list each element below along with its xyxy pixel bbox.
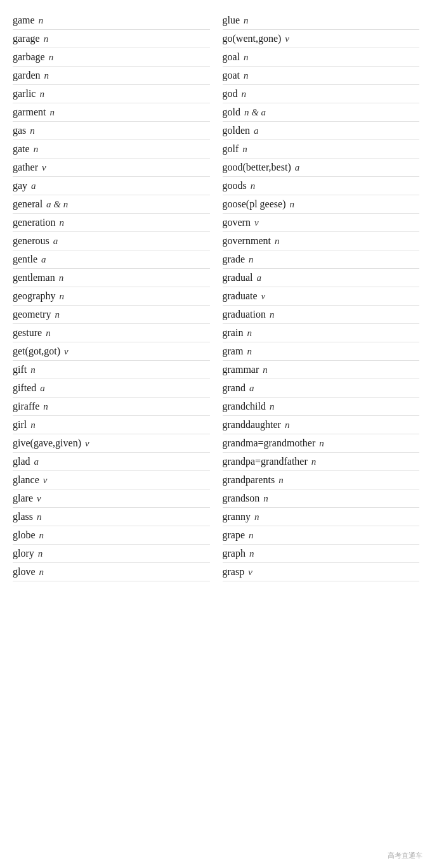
list-item: granddaughtern xyxy=(223,416,420,434)
part-of-speech: n xyxy=(289,199,294,210)
list-item: golfn xyxy=(223,140,420,159)
word-text: glory xyxy=(13,548,34,559)
part-of-speech: n xyxy=(249,548,254,559)
list-item: glarev xyxy=(13,489,210,508)
list-item: godn xyxy=(223,85,420,103)
word-text: garden xyxy=(13,70,41,81)
part-of-speech: n xyxy=(247,328,252,339)
word-text: gentle xyxy=(13,254,37,265)
part-of-speech: v xyxy=(85,438,89,449)
part-of-speech: v xyxy=(37,493,41,504)
word-text: grape xyxy=(223,529,245,541)
part-of-speech: n xyxy=(249,530,254,541)
part-of-speech: a xyxy=(249,383,254,394)
part-of-speech: n xyxy=(44,70,49,81)
list-item: governmentn xyxy=(223,232,420,250)
part-of-speech: n xyxy=(30,420,36,431)
word-text: graduate xyxy=(223,290,258,302)
watermark: 高考直通车 xyxy=(384,850,426,862)
list-item: graduala xyxy=(223,269,420,287)
word-text: golden xyxy=(223,125,251,136)
part-of-speech: n xyxy=(319,438,324,449)
word-text: goal xyxy=(223,51,240,63)
list-item: garlicn xyxy=(13,85,210,103)
word-text: giraffe xyxy=(13,401,39,412)
part-of-speech: n xyxy=(311,457,317,467)
list-item: graduatev xyxy=(223,287,420,306)
part-of-speech: v xyxy=(261,291,266,302)
list-item: geographyn xyxy=(13,287,210,306)
part-of-speech: v xyxy=(42,162,46,173)
list-item: governv xyxy=(223,214,420,232)
word-text: gas xyxy=(13,125,26,136)
part-of-speech: n xyxy=(263,493,268,504)
part-of-speech: n xyxy=(38,548,43,559)
part-of-speech: n xyxy=(285,420,290,431)
part-of-speech: n xyxy=(46,328,51,339)
word-text: graph xyxy=(223,548,245,559)
word-text: grammar xyxy=(223,364,259,375)
word-text: graduation xyxy=(223,309,266,320)
word-text: government xyxy=(223,235,271,247)
word-text: get(got,got) xyxy=(13,346,60,357)
part-of-speech: v xyxy=(285,34,289,44)
part-of-speech: n xyxy=(244,52,249,63)
word-text: gradual xyxy=(223,272,253,283)
word-text: god xyxy=(223,88,238,100)
part-of-speech: a xyxy=(53,236,58,247)
part-of-speech: n xyxy=(60,291,65,302)
list-item: gloven xyxy=(13,563,210,581)
word-text: grandparents xyxy=(223,474,275,486)
part-of-speech: n xyxy=(263,365,268,375)
word-text: gifted xyxy=(13,382,36,394)
column-left: gamengaragengarbagengardenngarlicngarmen… xyxy=(13,11,210,581)
list-item: grannyn xyxy=(223,508,420,526)
word-text: gesture xyxy=(13,327,42,339)
part-of-speech: n xyxy=(30,126,35,136)
list-item: graden xyxy=(223,250,420,269)
word-text: glass xyxy=(13,511,33,522)
part-of-speech: n xyxy=(55,309,60,320)
part-of-speech: a xyxy=(34,457,39,467)
part-of-speech: v xyxy=(64,346,69,357)
word-text: grain xyxy=(223,327,244,339)
list-item: glada xyxy=(13,453,210,471)
list-item: garagen xyxy=(13,30,210,48)
word-text: go(went,gone) xyxy=(223,33,282,44)
list-item: grandsonn xyxy=(223,489,420,508)
word-text: gather xyxy=(13,162,38,173)
word-text: girl xyxy=(13,419,27,431)
list-item: gamen xyxy=(13,11,210,30)
part-of-speech: n xyxy=(244,70,249,81)
list-item: goatn xyxy=(223,67,420,85)
list-item: granda xyxy=(223,379,420,398)
part-of-speech: n xyxy=(270,309,275,320)
word-text: gate xyxy=(13,143,30,155)
part-of-speech: n xyxy=(34,144,39,155)
part-of-speech: n xyxy=(275,236,280,247)
word-text: glove xyxy=(13,566,36,578)
list-item: generationn xyxy=(13,214,210,232)
word-text: garage xyxy=(13,33,40,44)
list-item: goaln xyxy=(223,48,420,67)
list-item: graspv xyxy=(223,563,420,581)
part-of-speech: n & a xyxy=(244,107,266,118)
word-text: geometry xyxy=(13,309,51,320)
list-item: gesturen xyxy=(13,324,210,342)
part-of-speech: n xyxy=(49,52,54,63)
word-text: granny xyxy=(223,511,251,522)
word-text: general xyxy=(13,198,43,210)
part-of-speech: n xyxy=(254,512,259,522)
word-text: goose(pl geese) xyxy=(223,198,286,210)
word-text: grandpa=grandfather xyxy=(223,456,308,467)
list-item: grapen xyxy=(223,526,420,545)
list-item: graphn xyxy=(223,545,420,563)
part-of-speech: n xyxy=(39,15,44,26)
part-of-speech: a xyxy=(31,181,36,191)
part-of-speech: n xyxy=(39,567,44,578)
list-item: globen xyxy=(13,526,210,545)
word-text: govern xyxy=(223,217,251,228)
part-of-speech: n xyxy=(39,89,44,100)
list-item: grandpa=grandfathern xyxy=(223,453,420,471)
part-of-speech: n xyxy=(44,34,49,44)
